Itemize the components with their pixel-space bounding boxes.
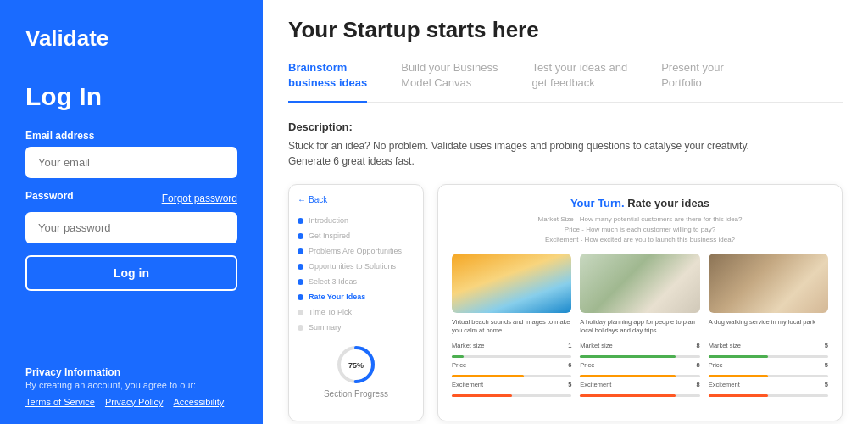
password-input[interactable]: [25, 212, 237, 243]
step-introduction: Introduction: [298, 213, 415, 228]
tabs-container: Brainstormbusiness ideas Build your Busi…: [288, 60, 843, 103]
ideas-grid: Virtual beach sounds and images to make …: [452, 254, 828, 400]
rating-bar-market-2: [580, 355, 699, 358]
progress-circle: 75%: [335, 343, 377, 386]
description-text: Stuck for an idea? No problem. Validate …: [288, 138, 843, 169]
tab-portfolio[interactable]: Present yourPortfolio: [661, 60, 724, 103]
idea-description-beach: Virtual beach sounds and images to make …: [452, 318, 571, 337]
progress-card: ← Back Introduction Get Inspired Problem…: [288, 184, 424, 421]
step-label: Rate Your Ideas: [309, 293, 365, 301]
privacy-policy-link[interactable]: Privacy Policy: [105, 397, 163, 407]
rating-card-title: Your Turn. Rate your ideas: [452, 197, 828, 209]
idea-card-beach: Virtual beach sounds and images to make …: [452, 254, 571, 400]
step-dot: [298, 310, 303, 315]
login-button[interactable]: Log in: [25, 255, 237, 291]
terms-link[interactable]: Terms of Service: [25, 397, 95, 407]
right-panel: Your Startup starts here Brainstormbusin…: [263, 0, 868, 424]
idea-description-dog: A dog walking service in my local park: [709, 318, 828, 337]
idea-image-beach: [452, 254, 571, 313]
rate-label: Rate your ideas: [627, 197, 709, 209]
tab-test[interactable]: Test your ideas andget feedback: [531, 60, 627, 103]
rating-row-price-2: Price 8: [580, 361, 699, 369]
rating-bar-excitement-1: [452, 394, 571, 397]
step-summary: Summary: [298, 320, 415, 335]
card-instructions: Market Size - How many potential custome…: [452, 215, 828, 245]
privacy-description: By creating an account, you agree to our…: [25, 380, 237, 390]
step-label: Summary: [309, 323, 342, 332]
rating-row-price-3: Price 5: [709, 361, 828, 369]
step-opportunities: Opportunities to Solutions: [298, 259, 415, 274]
rating-bar-price-3: [709, 375, 828, 377]
idea-description-map: A holiday planning app for people to pla…: [580, 318, 699, 337]
idea-card-map: A holiday planning app for people to pla…: [580, 254, 699, 400]
step-label: Select 3 Ideas: [309, 277, 357, 286]
rating-bar-market-1: [452, 355, 571, 358]
step-pick: Time To Pick: [298, 304, 415, 320]
step-dot: [298, 218, 303, 224]
step-label: Introduction: [309, 216, 348, 225]
page-title: Your Startup starts here: [288, 17, 843, 43]
rating-row-excitement-1: Excitement 5: [452, 381, 571, 388]
rating-row-market-2: Market size 8: [580, 342, 699, 349]
rating-bar-excitement-3: [709, 394, 828, 397]
accessibility-link[interactable]: Accessibility: [173, 397, 224, 407]
progress-label: Section Progress: [324, 389, 388, 399]
rating-row-market-3: Market size 5: [709, 342, 828, 349]
idea-card-dog: A dog walking service in my local park M…: [709, 254, 828, 400]
privacy-title: Privacy Information: [25, 366, 237, 378]
step-dot: [298, 248, 303, 254]
rating-row-excitement-2: Excitement 8: [580, 381, 699, 388]
rating-bar-market-3: [709, 355, 828, 358]
rating-bar-excitement-2: [580, 394, 699, 397]
step-problems: Problems Are Opportunities: [298, 243, 415, 259]
rating-row-market-1: Market size 1: [452, 342, 571, 349]
privacy-links: Terms of Service Privacy Policy Accessib…: [25, 397, 237, 407]
email-input[interactable]: [25, 147, 237, 178]
progress-circle-area: 75% Section Progress: [298, 343, 415, 399]
left-panel: Validate Log In Email address Password F…: [0, 0, 263, 424]
rating-bar-price-2: [580, 375, 699, 377]
step-dot: [298, 279, 303, 285]
svg-text:75%: 75%: [348, 361, 364, 370]
idea-image-dog: [709, 254, 828, 313]
rating-bar-price-1: [452, 375, 571, 377]
rating-row-price-1: Price 6: [452, 361, 571, 369]
back-arrow-icon: ←: [298, 195, 306, 204]
step-dot: [298, 264, 303, 270]
login-heading: Log In: [25, 82, 237, 111]
idea-image-map: [580, 254, 699, 313]
your-turn-label: Your Turn.: [570, 197, 627, 209]
step-label: Problems Are Opportunities: [309, 247, 402, 255]
step-dot: [298, 294, 303, 300]
brand-title: Validate: [25, 25, 237, 52]
step-dot: [298, 233, 303, 239]
back-button[interactable]: ← Back: [298, 195, 415, 204]
privacy-section: Privacy Information By creating an accou…: [25, 366, 237, 407]
tab-canvas[interactable]: Build your BusinessModel Canvas: [401, 60, 498, 103]
step-label: Get Inspired: [309, 232, 350, 240]
step-select: Select 3 Ideas: [298, 274, 415, 289]
email-label: Email address: [25, 130, 237, 142]
tab-brainstorm[interactable]: Brainstormbusiness ideas: [288, 60, 367, 103]
step-dot: [298, 325, 303, 331]
description-label: Description:: [288, 120, 843, 133]
forgot-password-link[interactable]: Forgot password: [162, 192, 237, 204]
rating-card: Your Turn. Rate your ideas Market Size -…: [437, 184, 843, 421]
step-label: Time To Pick: [309, 308, 352, 316]
step-rate: Rate Your Ideas: [298, 289, 415, 304]
back-label: Back: [309, 195, 327, 204]
password-label: Password: [25, 190, 74, 202]
rating-row-excitement-3: Excitement 5: [709, 381, 828, 388]
demo-area: ← Back Introduction Get Inspired Problem…: [288, 184, 843, 421]
step-get-inspired: Get Inspired: [298, 228, 415, 243]
step-label: Opportunities to Solutions: [309, 262, 396, 271]
